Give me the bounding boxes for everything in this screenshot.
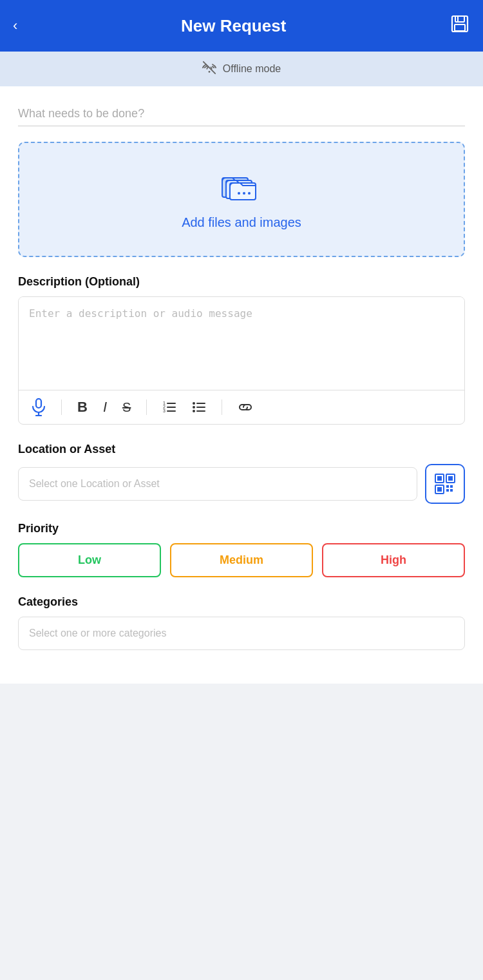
back-button[interactable]: ‹ [13, 17, 17, 34]
toolbar-divider-3 [222, 399, 222, 415]
svg-rect-28 [437, 476, 442, 481]
location-label: Location or Asset [18, 443, 465, 456]
description-wrapper: B I S 1 2 3 [18, 296, 465, 425]
svg-point-11 [248, 192, 251, 195]
svg-point-5 [208, 71, 210, 73]
location-input[interactable] [18, 467, 417, 501]
task-input[interactable] [18, 102, 465, 126]
link-button[interactable] [235, 399, 256, 415]
mic-button[interactable] [29, 397, 48, 418]
description-label: Description (Optional) [18, 275, 465, 289]
save-button[interactable] [450, 14, 470, 38]
location-input-row [18, 464, 465, 504]
header: ‹ New Request [0, 0, 483, 52]
categories-section: Categories [18, 595, 465, 650]
description-toolbar: B I S 1 2 3 [19, 390, 464, 424]
svg-point-10 [243, 192, 245, 195]
toolbar-divider-1 [61, 399, 62, 415]
location-section: Location or Asset [18, 443, 465, 504]
priority-high-button[interactable]: High [322, 543, 465, 577]
svg-rect-12 [36, 399, 41, 408]
svg-point-9 [238, 192, 240, 195]
file-upload-area[interactable]: Add files and images [18, 142, 465, 257]
strikethrough-button[interactable]: S [120, 399, 133, 416]
page-title: New Request [181, 16, 286, 36]
priority-medium-button[interactable]: Medium [170, 543, 313, 577]
priority-buttons: Low Medium High [18, 543, 465, 577]
description-section: Description (Optional) B I S [18, 275, 465, 425]
main-content: Add files and images Description (Option… [0, 86, 483, 684]
svg-point-24 [193, 402, 195, 405]
svg-rect-30 [448, 476, 453, 481]
description-input[interactable] [19, 297, 464, 387]
toolbar-divider-2 [146, 399, 147, 415]
priority-section: Priority Low Medium High [18, 522, 465, 577]
svg-point-25 [193, 406, 195, 408]
svg-rect-1 [455, 16, 464, 22]
svg-rect-35 [446, 489, 449, 492]
priority-label: Priority [18, 522, 465, 535]
svg-rect-36 [450, 489, 453, 492]
italic-button[interactable]: I [100, 398, 109, 417]
qr-button[interactable] [425, 464, 465, 504]
file-icon [221, 169, 262, 206]
task-input-wrapper [18, 102, 465, 126]
file-upload-label: Add files and images [182, 215, 301, 230]
svg-rect-34 [450, 485, 453, 488]
qr-icon [433, 472, 457, 495]
svg-rect-33 [446, 485, 449, 488]
offline-banner: Offline mode [0, 52, 483, 86]
categories-input[interactable] [18, 617, 465, 650]
svg-rect-32 [437, 487, 442, 492]
bold-button[interactable]: B [75, 398, 90, 417]
ordered-list-button[interactable]: 1 2 3 [160, 399, 179, 415]
offline-text: Offline mode [223, 63, 281, 75]
save-icon [450, 14, 470, 34]
svg-text:3: 3 [163, 408, 166, 413]
categories-label: Categories [18, 595, 465, 609]
svg-rect-2 [455, 24, 465, 31]
svg-point-26 [193, 410, 195, 412]
unordered-list-button[interactable] [189, 399, 209, 415]
wifi-off-icon [202, 61, 216, 77]
priority-low-button[interactable]: Low [18, 543, 161, 577]
